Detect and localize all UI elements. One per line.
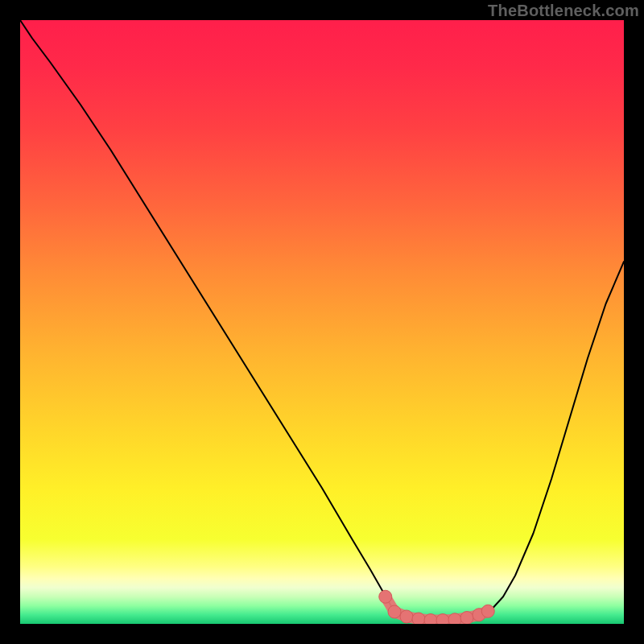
- svg-rect-0: [20, 20, 624, 624]
- background-gradient: [20, 20, 624, 624]
- watermark-text: TheBottleneck.com: [488, 2, 639, 20]
- chart-container: TheBottleneck.com: [0, 0, 644, 644]
- plot-area: [20, 20, 624, 624]
